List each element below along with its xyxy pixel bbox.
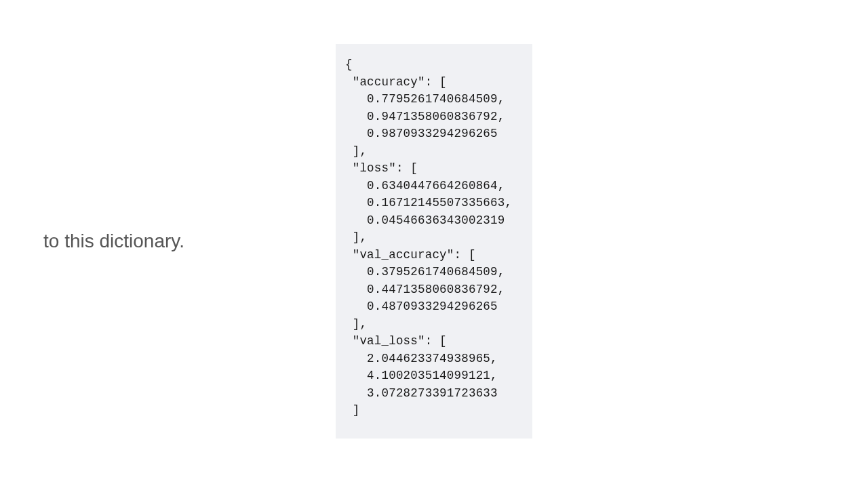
- code-line: ],: [345, 317, 367, 331]
- code-line: 3.0728273391723633: [345, 386, 498, 400]
- code-line: 0.3795261740684509,: [345, 265, 505, 279]
- code-line: 0.04546636343002319: [345, 214, 505, 227]
- code-line: 2.044623374938965,: [345, 352, 498, 365]
- code-line: 4.100203514099121,: [345, 369, 498, 382]
- code-line: ],: [345, 144, 367, 158]
- code-line: 0.7795261740684509,: [345, 92, 505, 106]
- code-line: "accuracy": [: [345, 75, 447, 89]
- caption-text: to this dictionary.: [43, 230, 184, 252]
- code-line: 0.6340447664260864,: [345, 179, 505, 192]
- code-line: ],: [345, 230, 367, 244]
- code-line: 0.9471358060836792,: [345, 110, 505, 123]
- code-block: { "accuracy": [ 0.7795261740684509, 0.94…: [336, 44, 532, 439]
- code-line: 0.9870933294296265: [345, 127, 498, 140]
- code-line: ]: [345, 403, 359, 417]
- code-line: 0.16712145507335663,: [345, 196, 512, 209]
- code-line: "loss": [: [345, 161, 418, 175]
- code-line: "val_accuracy": [: [345, 248, 476, 262]
- code-line: {: [345, 58, 353, 71]
- code-line: "val_loss": [: [345, 334, 447, 348]
- code-line: 0.4870933294296265: [345, 300, 498, 313]
- code-line: 0.4471358060836792,: [345, 283, 505, 296]
